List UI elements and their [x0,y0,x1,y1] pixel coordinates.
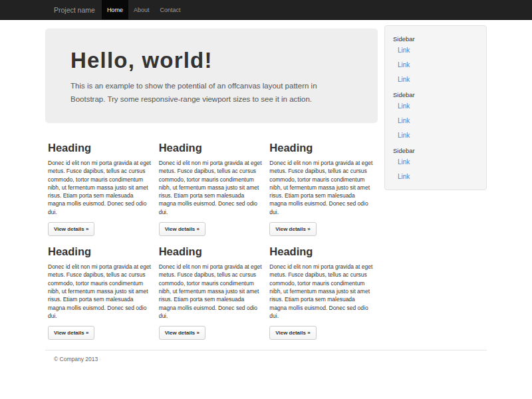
content-row: Hello, world! This is an example to show… [45,25,487,340]
view-details-button[interactable]: View details » [159,326,205,340]
nav-item-about[interactable]: About [128,0,155,20]
sidebar-link[interactable]: Link [385,43,486,58]
sidebar-group-header: Sidebar [393,91,486,99]
card-2: Heading Donec id elit non mi porta gravi… [156,123,267,236]
jumbotron: Hello, world! This is an example to show… [45,29,378,123]
card-heading: Heading [48,142,152,154]
card-4: Heading Donec id elit non mi porta gravi… [45,236,156,340]
top-navbar: Project name Home About Contact [0,0,532,20]
card-body-text: Donec id elit non mi porta gravida at eg… [159,263,263,320]
sidebar-link[interactable]: Link [385,155,486,170]
main-content: Hello, world! This is an example to show… [45,25,378,340]
sidebar: Sidebar Link Link Link Sidebar Link Link… [378,25,487,340]
page-footer: © Company 2013 [45,350,487,389]
card-1: Heading Donec id elit non mi porta gravi… [45,123,156,236]
card-heading: Heading [48,245,152,257]
sidebar-link[interactable]: Link [385,170,486,184]
jumbotron-description: This is an example to show the potential… [70,79,351,106]
sidebar-group-header: Sidebar [393,147,486,155]
card-heading: Heading [159,142,263,154]
navbar-nav: Home About Contact [102,0,186,20]
sidebar-well: Sidebar Link Link Link Sidebar Link Link… [384,25,487,190]
card-heading: Heading [159,245,263,257]
card-body-text: Donec id elit non mi porta gravida at eg… [269,159,374,216]
card-6: Heading Donec id elit non mi porta gravi… [267,236,378,340]
sidebar-link[interactable]: Link [385,128,486,143]
view-details-button[interactable]: View details » [159,222,205,236]
card-heading: Heading [269,142,374,154]
page-container: Hello, world! This is an example to show… [45,25,487,389]
sidebar-link[interactable]: Link [385,99,486,114]
nav-item-home[interactable]: Home [102,0,128,20]
card-body-text: Donec id elit non mi porta gravida at eg… [48,263,152,320]
sidebar-link[interactable]: Link [385,114,486,128]
view-details-button[interactable]: View details » [269,326,316,340]
view-details-button[interactable]: View details » [48,222,94,236]
card-heading: Heading [269,245,374,257]
nav-item-contact[interactable]: Contact [154,0,186,20]
sidebar-link[interactable]: Link [385,72,486,87]
navbar-container: Project name Home About Contact [45,0,487,20]
page-title: Hello, world! [70,49,351,72]
view-details-button[interactable]: View details » [48,326,94,340]
card-body-text: Donec id elit non mi porta gravida at eg… [269,263,374,320]
navbar-brand[interactable]: Project name [45,0,102,20]
card-5: Heading Donec id elit non mi porta gravi… [156,236,267,340]
card-body-text: Donec id elit non mi porta gravida at eg… [48,159,152,216]
copyright-text: © Company 2013 [45,356,487,362]
cards-row-1: Heading Donec id elit non mi porta gravi… [45,123,378,236]
cards-row-2: Heading Donec id elit non mi porta gravi… [45,236,378,340]
card-3: Heading Donec id elit non mi porta gravi… [267,123,378,236]
sidebar-link[interactable]: Link [385,58,486,72]
sidebar-group-header: Sidebar [393,35,486,43]
view-details-button[interactable]: View details » [269,222,316,236]
card-body-text: Donec id elit non mi porta gravida at eg… [159,159,263,216]
